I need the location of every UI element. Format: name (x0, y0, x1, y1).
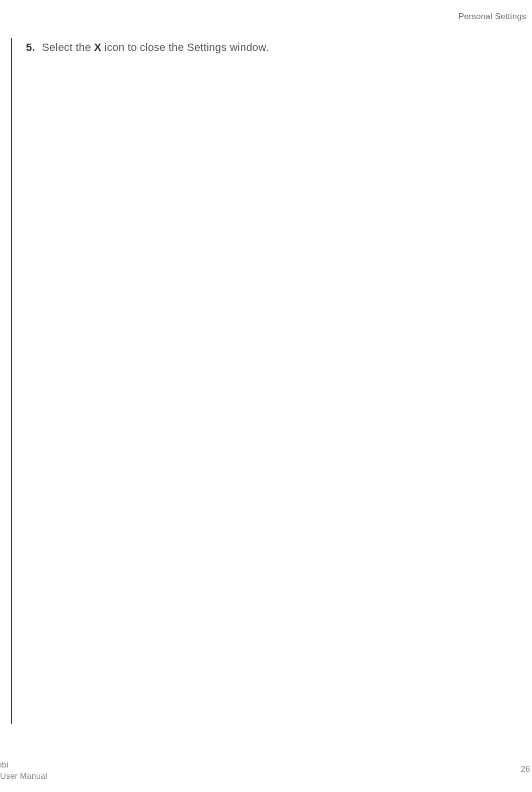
footer-left: ibi User Manual (0, 760, 47, 782)
close-x-icon-label: X (94, 41, 101, 53)
step-text-before: Select the (42, 41, 94, 53)
step-text-after: icon to close the Settings window. (101, 41, 269, 53)
content-block: 5. Select the X icon to close the Settin… (11, 38, 520, 724)
header-section-title: Personal Settings (459, 12, 526, 22)
step-row: 5. Select the X icon to close the Settin… (24, 40, 520, 55)
step-number: 5. (24, 41, 35, 54)
step-text: Select the X icon to close the Settings … (42, 40, 269, 55)
footer-doc-title: User Manual (0, 771, 47, 782)
footer-page-number: 26 (521, 765, 530, 774)
footer-product: ibi (0, 760, 47, 771)
